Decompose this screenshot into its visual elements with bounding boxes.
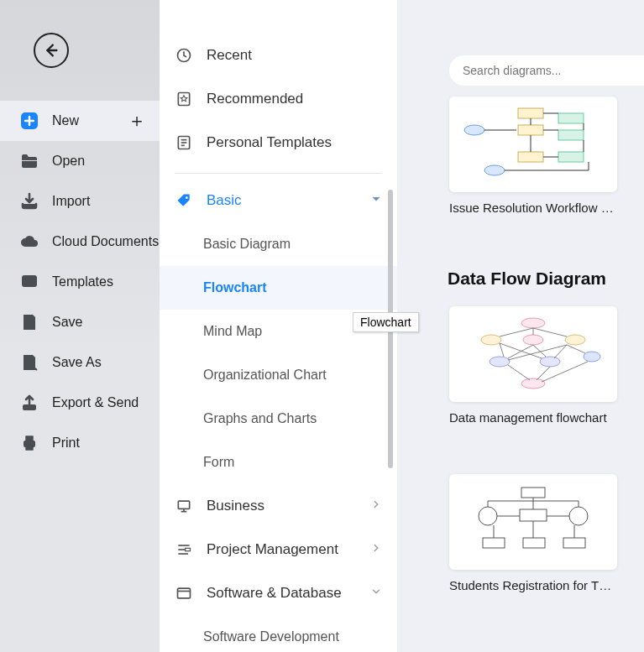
sidebar-item-import[interactable]: Import	[0, 181, 160, 222]
svg-point-38	[565, 335, 585, 345]
search-input[interactable]	[449, 55, 644, 86]
sidebar-item-label: Save As	[52, 355, 102, 370]
registration-diagram-icon	[458, 482, 609, 561]
svg-rect-49	[563, 538, 585, 548]
category-recommended[interactable]: Recommended	[160, 77, 397, 121]
sidebar-item-new[interactable]: New ＋	[0, 101, 160, 141]
cloud-icon	[18, 231, 40, 253]
sidebar-item-label: Cloud Documents	[52, 234, 159, 249]
subcategory-label: Organizational Chart	[203, 368, 327, 383]
subcategory-basic-diagram[interactable]: Basic Diagram	[160, 222, 397, 266]
subcategory-software-development[interactable]: Software Development	[160, 615, 397, 652]
subcategory-graphs-charts[interactable]: Graphs and Charts	[160, 397, 397, 441]
svg-rect-5	[28, 316, 29, 319]
category-business[interactable]: Business	[160, 484, 397, 528]
add-new-icon[interactable]: ＋	[128, 108, 146, 133]
workflow-diagram-icon	[458, 105, 609, 184]
svg-rect-31	[558, 152, 584, 162]
template-thumbnail	[449, 474, 617, 570]
subcategory-label: Flowchart	[203, 280, 267, 295]
category-recent[interactable]: Recent	[160, 34, 397, 77]
sidebar-item-save[interactable]: Save	[0, 302, 160, 342]
chevron-down-icon	[370, 192, 382, 209]
tag-icon	[175, 191, 193, 210]
category-label: Recent	[207, 47, 252, 64]
subcategory-org-chart[interactable]: Organizational Chart	[160, 353, 397, 397]
sidebar-item-label: Open	[52, 154, 85, 169]
save-icon	[18, 311, 40, 333]
star-badge-icon	[175, 90, 193, 108]
svg-rect-30	[558, 130, 584, 140]
divider	[175, 173, 382, 174]
svg-rect-43	[521, 488, 545, 498]
template-card[interactable]: Data management flowchart	[449, 306, 644, 425]
template-gallery: Issue Resolution Workflow … Data Flow Di…	[397, 0, 644, 652]
svg-rect-25	[178, 588, 191, 598]
subcategory-form[interactable]: Form	[160, 441, 397, 484]
category-label: Personal Templates	[207, 134, 332, 151]
template-thumbnail	[449, 96, 617, 192]
sidebar-item-open[interactable]: Open	[0, 141, 160, 181]
svg-point-40	[540, 357, 560, 367]
dataflow-diagram-icon	[458, 315, 609, 394]
category-project-management[interactable]: Project Management	[160, 528, 397, 571]
chevron-down-icon	[370, 585, 382, 602]
svg-rect-3	[24, 278, 30, 280]
save-as-icon	[18, 352, 40, 373]
sidebar-item-save-as[interactable]: Save As	[0, 342, 160, 383]
folder-icon	[18, 150, 40, 172]
clock-icon	[175, 46, 193, 65]
download-icon	[18, 190, 40, 212]
sidebar-item-label: Export & Send	[52, 395, 139, 410]
category-software-database[interactable]: Software & Database	[160, 571, 397, 615]
sidebar-item-label: Import	[52, 194, 90, 209]
svg-point-46	[569, 507, 588, 525]
svg-rect-18	[178, 501, 189, 509]
template-title: Data management flowchart	[449, 410, 617, 425]
tooltip: Flowchart	[353, 312, 419, 332]
svg-point-33	[464, 125, 484, 135]
svg-point-35	[521, 318, 545, 328]
back-button[interactable]	[34, 33, 69, 68]
svg-rect-32	[518, 152, 543, 162]
svg-rect-48	[523, 538, 545, 548]
svg-rect-27	[518, 108, 543, 118]
back-button-wrap	[0, 0, 160, 101]
category-label: Business	[207, 498, 264, 514]
templates-icon	[18, 271, 40, 293]
svg-rect-24	[186, 548, 191, 550]
category-label: Software & Database	[207, 585, 342, 602]
svg-point-45	[479, 507, 497, 525]
template-card[interactable]: Students Registration for T…	[449, 474, 644, 592]
category-label: Recommended	[207, 91, 303, 107]
template-card[interactable]: Issue Resolution Workflow …	[449, 96, 644, 215]
svg-point-37	[523, 335, 543, 345]
subcategory-label: Mind Map	[203, 324, 262, 339]
sidebar-item-export[interactable]: Export & Send	[0, 383, 160, 423]
chevron-right-icon	[370, 498, 382, 514]
svg-rect-9	[26, 436, 33, 441]
sidebar-item-print[interactable]: Print	[0, 423, 160, 463]
category-personal-templates[interactable]: Personal Templates	[160, 121, 397, 164]
sidebar-item-label: Print	[52, 436, 80, 451]
subcategory-flowchart[interactable]: Flowchart	[160, 266, 397, 310]
category-basic[interactable]: Basic	[160, 179, 397, 222]
svg-rect-10	[26, 446, 33, 450]
subcategory-label: Software Development	[203, 629, 339, 644]
svg-point-36	[481, 335, 501, 345]
sidebar-item-cloud[interactable]: Cloud Documents	[0, 222, 160, 262]
svg-point-34	[484, 165, 505, 175]
file-sidebar: New ＋ Open Import Cloud Documents Templa…	[0, 0, 160, 652]
arrow-left-icon	[42, 41, 60, 60]
svg-rect-47	[483, 538, 505, 548]
personal-templates-icon	[175, 133, 193, 152]
export-icon	[18, 392, 40, 414]
sidebar-item-templates[interactable]: Templates	[0, 262, 160, 302]
svg-rect-29	[558, 113, 584, 123]
category-label: Basic	[207, 192, 242, 209]
svg-rect-44	[520, 509, 547, 521]
subcategory-label: Basic Diagram	[203, 237, 291, 252]
svg-point-41	[584, 352, 600, 362]
svg-point-39	[490, 357, 510, 367]
plus-square-icon	[18, 110, 40, 132]
